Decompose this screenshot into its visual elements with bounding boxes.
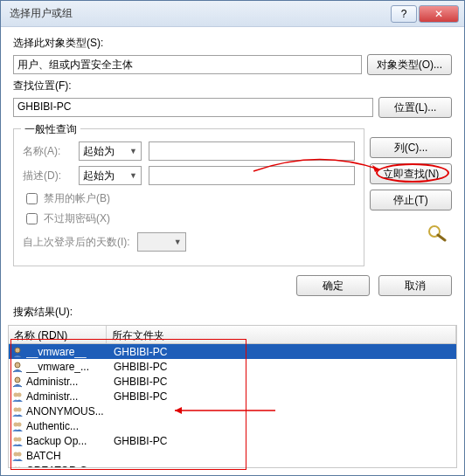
object-type-button[interactable]: 对象类型(O)...: [367, 54, 452, 75]
result-name: __vmware__: [26, 346, 107, 358]
name-match-select[interactable]: 起始为 ▼: [79, 141, 142, 161]
nonexpire-password-checkbox[interactable]: 不过期密码(X): [23, 210, 355, 227]
table-row[interactable]: Administr...GHBIBI-PC: [9, 389, 456, 404]
user-icon: [10, 360, 24, 374]
svg-point-6: [17, 392, 22, 397]
table-row[interactable]: __vmware_...GHBIBI-PC: [9, 359, 456, 374]
svg-point-15: [14, 466, 18, 468]
svg-point-12: [17, 437, 22, 441]
svg-point-16: [17, 466, 22, 468]
result-name: CREATOR G...: [26, 465, 107, 469]
disabled-accounts-checkbox[interactable]: 禁用的帐户(B): [23, 190, 355, 207]
titlebar: 选择用户或组 ? ✕: [1, 1, 464, 27]
svg-point-3: [15, 362, 20, 368]
result-name: __vmware_...: [26, 361, 107, 373]
group-icon: [10, 390, 24, 404]
table-row[interactable]: ANONYMOUS...: [9, 404, 456, 418]
table-row[interactable]: Administr...GHBIBI-PC: [9, 374, 456, 389]
result-name: Backup Op...: [26, 435, 107, 447]
help-button[interactable]: ?: [391, 5, 417, 23]
search-icon: [424, 223, 452, 244]
table-row[interactable]: Authentic...: [9, 418, 456, 433]
days-label: 自上次登录后的天数(I):: [23, 235, 130, 250]
days-select: ▼: [137, 232, 186, 252]
window-title: 选择用户或组: [1, 6, 390, 21]
name-input[interactable]: [149, 141, 355, 161]
svg-point-10: [17, 422, 22, 426]
group-icon: [10, 464, 24, 469]
svg-point-4: [15, 377, 20, 383]
desc-match-select[interactable]: 起始为 ▼: [79, 166, 142, 185]
table-row[interactable]: CREATOR G...: [9, 463, 456, 468]
user-icon: [10, 375, 24, 389]
result-name: Administr...: [26, 376, 107, 388]
table-row[interactable]: Backup Op...GHBIBI-PC: [9, 433, 456, 448]
general-query-legend: 一般性查询: [21, 122, 80, 137]
close-icon: ✕: [434, 8, 443, 20]
dialog-window: 选择用户或组 ? ✕ 选择此对象类型(S): 用户、组或内置安全主体 对象类型(…: [0, 0, 465, 476]
user-icon: [10, 345, 24, 359]
group-icon: [10, 419, 24, 433]
find-now-button[interactable]: 立即查找(N): [370, 163, 452, 184]
chevron-down-icon: ▼: [129, 171, 137, 180]
right-button-column: 列(C)... 立即查找(N) 停止(T): [370, 121, 452, 266]
general-query-group: 一般性查询 名称(A): 起始为 ▼ 描述(D): 起始为 ▼: [13, 128, 364, 266]
result-name: Administr...: [26, 390, 107, 403]
ok-button[interactable]: 确定: [296, 275, 370, 296]
checkbox-input[interactable]: [26, 193, 38, 204]
result-location: GHBIBI-PC: [107, 390, 167, 403]
group-icon: [10, 404, 24, 418]
content-area: 选择此对象类型(S): 用户、组或内置安全主体 对象类型(O)... 查找位置(…: [1, 27, 464, 325]
result-name: ANONYMOUS...: [26, 405, 107, 417]
location-field: GHBIBI-PC: [13, 98, 373, 117]
column-name[interactable]: 名称 (RDN): [9, 326, 107, 343]
close-button[interactable]: ✕: [419, 5, 459, 23]
desc-label: 描述(D):: [23, 169, 72, 183]
results-label: 搜索结果(U):: [13, 305, 452, 320]
result-location: GHBIBI-PC: [107, 435, 167, 447]
location-button[interactable]: 位置(L)...: [378, 97, 452, 118]
results-header: 名称 (RDN) 所在文件夹: [8, 325, 457, 344]
result-name: BATCH: [26, 450, 107, 462]
group-icon: [10, 449, 24, 463]
object-type-field: 用户、组或内置安全主体: [13, 55, 362, 74]
help-icon: ?: [401, 8, 407, 20]
results-area: 名称 (RDN) 所在文件夹 __vmware__GHBIBI-PC__vmwa…: [1, 325, 464, 475]
svg-point-14: [17, 452, 22, 456]
group-icon: [10, 434, 24, 448]
chevron-down-icon: ▼: [174, 238, 182, 246]
chevron-down-icon: ▼: [129, 147, 137, 155]
object-type-label: 选择此对象类型(S):: [13, 36, 452, 51]
table-row[interactable]: __vmware__GHBIBI-PC: [9, 344, 456, 359]
svg-line-1: [438, 235, 445, 240]
result-name: Authentic...: [26, 420, 107, 432]
result-location: GHBIBI-PC: [107, 346, 167, 358]
table-row[interactable]: BATCH: [9, 448, 456, 463]
name-label: 名称(A):: [23, 144, 72, 159]
column-location[interactable]: 所在文件夹: [107, 326, 456, 343]
columns-button[interactable]: 列(C)...: [370, 137, 452, 158]
result-location: GHBIBI-PC: [107, 376, 167, 388]
result-location: GHBIBI-PC: [107, 361, 167, 373]
stop-button[interactable]: 停止(T): [370, 190, 452, 210]
checkbox-input[interactable]: [26, 213, 38, 224]
cancel-button[interactable]: 取消: [378, 275, 452, 296]
svg-point-2: [15, 348, 20, 353]
location-label: 查找位置(F):: [13, 79, 452, 93]
results-list[interactable]: __vmware__GHBIBI-PC__vmware_...GHBIBI-PC…: [8, 344, 457, 468]
svg-point-8: [17, 407, 22, 411]
desc-input[interactable]: [149, 166, 355, 185]
